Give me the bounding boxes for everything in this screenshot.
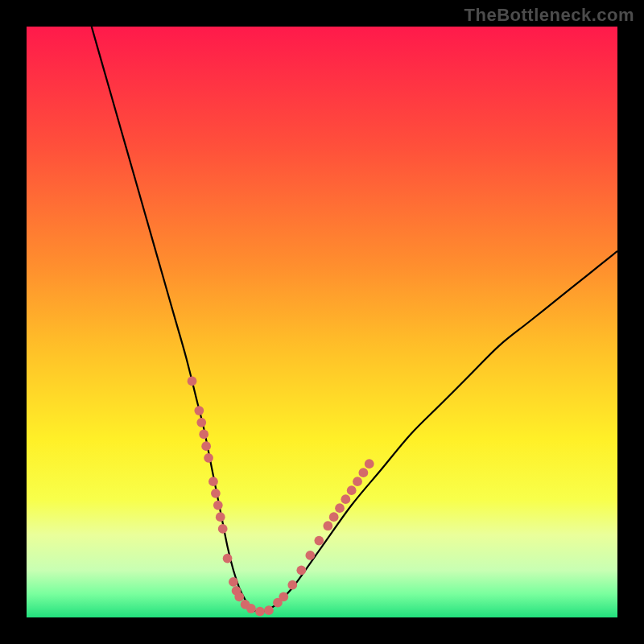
- dot-marker: [329, 512, 339, 522]
- dot-marker: [234, 592, 244, 601]
- dot-marker: [335, 503, 345, 513]
- dot-marker: [211, 489, 221, 498]
- dot-marker: [264, 605, 274, 615]
- dot-marker: [365, 459, 374, 469]
- attribution-label: TheBottleneck.com: [464, 5, 634, 26]
- dot-marker: [218, 524, 228, 534]
- dot-marker: [347, 485, 357, 495]
- dot-marker: [196, 418, 206, 427]
- chart-frame: TheBottleneck.com: [0, 0, 644, 644]
- dot-marker: [208, 477, 218, 486]
- bottleneck-curve: [92, 27, 617, 612]
- plot-area: [27, 27, 617, 617]
- dot-marker: [223, 554, 233, 564]
- dot-marker: [246, 604, 256, 613]
- dot-marker: [201, 441, 211, 451]
- dot-marker: [296, 565, 306, 575]
- dot-markers: [188, 377, 374, 617]
- dot-marker: [255, 607, 265, 617]
- dot-marker: [353, 477, 362, 486]
- dot-marker: [199, 430, 208, 440]
- dot-marker: [213, 501, 223, 510]
- dot-marker: [359, 468, 369, 477]
- dot-marker: [287, 580, 297, 590]
- dot-marker: [279, 592, 288, 601]
- dot-marker: [341, 494, 350, 504]
- dot-marker: [314, 536, 324, 546]
- dot-marker: [305, 551, 315, 560]
- dot-marker: [216, 512, 225, 522]
- dot-marker: [204, 453, 213, 463]
- dot-marker: [229, 577, 238, 587]
- curve-layer: [27, 27, 617, 617]
- dot-marker: [323, 521, 332, 530]
- dot-marker: [194, 406, 204, 415]
- dot-marker: [188, 377, 197, 386]
